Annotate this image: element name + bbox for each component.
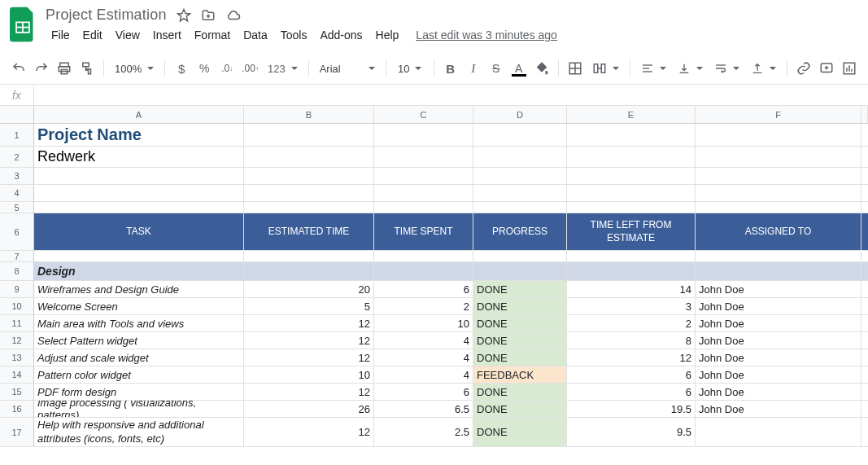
assigned-to-cell[interactable]: John Doe xyxy=(696,384,861,401)
cell[interactable] xyxy=(567,168,696,185)
column-header-b[interactable]: B xyxy=(244,106,374,124)
menu-edit[interactable]: Edit xyxy=(77,25,108,45)
time-left-cell[interactable]: 14 xyxy=(567,281,696,298)
task-cell[interactable]: PDF form design xyxy=(34,384,244,401)
cell[interactable] xyxy=(861,185,868,202)
row-header-12[interactable]: 12 xyxy=(0,332,34,349)
cell[interactable] xyxy=(34,202,244,213)
cell[interactable] xyxy=(374,168,473,185)
assigned-to-cell[interactable]: John Doe xyxy=(696,349,861,366)
menu-view[interactable]: View xyxy=(110,25,146,45)
row-header-16[interactable]: 16 xyxy=(0,401,34,418)
column-header-d[interactable]: D xyxy=(473,106,567,124)
cell[interactable] xyxy=(861,315,868,332)
assigned-to-cell[interactable]: John Doe xyxy=(696,401,861,418)
percent-button[interactable]: % xyxy=(194,58,215,79)
section-header-cell[interactable] xyxy=(567,262,696,281)
zoom-dropdown[interactable]: 100% xyxy=(110,58,159,79)
column-header-e[interactable]: E xyxy=(567,106,696,124)
time-spent-cell[interactable]: 6.5 xyxy=(374,401,473,418)
menu-data[interactable]: Data xyxy=(238,25,273,45)
cell[interactable] xyxy=(861,366,868,384)
cell[interactable] xyxy=(861,124,868,147)
bold-button[interactable]: B xyxy=(440,58,461,79)
task-cell[interactable]: Welcome Screen xyxy=(34,298,244,315)
row-header-13[interactable]: 13 xyxy=(0,349,34,366)
project-name-title[interactable]: Project Name xyxy=(34,124,244,147)
time-left-cell[interactable]: 12 xyxy=(567,349,696,366)
document-title[interactable]: Project Estimation xyxy=(46,7,167,24)
progress-cell[interactable]: DONE xyxy=(473,401,567,418)
time-spent-cell[interactable]: 10 xyxy=(374,315,473,332)
cell[interactable] xyxy=(696,168,861,185)
cell[interactable] xyxy=(473,185,567,202)
last-edit-link[interactable]: Last edit was 3 minutes ago xyxy=(416,29,557,42)
row-header-8[interactable]: 8 xyxy=(0,262,34,281)
menu-insert[interactable]: Insert xyxy=(147,25,187,45)
cell[interactable] xyxy=(374,147,473,168)
cell[interactable] xyxy=(567,251,696,262)
menu-format[interactable]: Format xyxy=(189,25,236,45)
estimated-time-cell[interactable]: 20 xyxy=(244,281,374,298)
borders-button[interactable] xyxy=(565,58,586,79)
text-color-button[interactable]: A xyxy=(508,58,530,79)
strikethrough-button[interactable]: S xyxy=(486,58,507,79)
progress-cell[interactable]: DONE xyxy=(473,418,567,447)
italic-button[interactable]: I xyxy=(463,58,484,79)
assigned-to-cell[interactable]: John Doe xyxy=(696,366,861,384)
cell[interactable] xyxy=(861,202,868,213)
menu-file[interactable]: File xyxy=(46,25,76,45)
currency-button[interactable]: $ xyxy=(171,58,192,79)
menu-help[interactable]: Help xyxy=(370,25,405,45)
row-header-17[interactable]: 17 xyxy=(0,418,34,447)
cell[interactable] xyxy=(861,298,868,315)
progress-cell[interactable]: FEEDBACK xyxy=(473,366,567,384)
time-spent-cell[interactable]: 2.5 xyxy=(374,418,473,447)
table-header-f[interactable]: ASSIGNED TO xyxy=(696,213,861,251)
cell[interactable] xyxy=(374,202,473,213)
cell[interactable] xyxy=(34,251,244,262)
cell[interactable] xyxy=(861,251,868,262)
select-all-corner[interactable] xyxy=(0,106,34,124)
task-cell[interactable]: Main area with Tools and views xyxy=(34,315,244,332)
task-cell[interactable]: Adjust and scale widget xyxy=(34,349,244,366)
cell[interactable] xyxy=(567,202,696,213)
progress-cell[interactable]: DONE xyxy=(473,384,567,401)
text-wrap-dropdown[interactable] xyxy=(709,58,744,79)
time-left-cell[interactable]: 3 xyxy=(567,298,696,315)
cell[interactable] xyxy=(696,251,861,262)
cell[interactable] xyxy=(34,185,244,202)
column-header-f[interactable]: F xyxy=(696,106,861,124)
progress-cell[interactable]: DONE xyxy=(473,349,567,366)
estimated-time-cell[interactable]: 12 xyxy=(244,315,374,332)
cell[interactable] xyxy=(861,401,868,418)
cell[interactable] xyxy=(473,251,567,262)
insert-chart-button[interactable] xyxy=(839,58,860,79)
font-dropdown[interactable]: Arial xyxy=(315,58,380,79)
cell[interactable] xyxy=(696,202,861,213)
estimated-time-cell[interactable]: 12 xyxy=(244,384,374,401)
time-spent-cell[interactable]: 4 xyxy=(374,366,473,384)
time-left-cell[interactable]: 6 xyxy=(567,366,696,384)
cell[interactable] xyxy=(696,147,861,168)
estimated-time-cell[interactable]: 10 xyxy=(244,366,374,384)
cell[interactable] xyxy=(861,168,868,185)
task-cell[interactable]: Pattern color widget xyxy=(34,366,244,384)
time-spent-cell[interactable]: 4 xyxy=(374,332,473,349)
formula-input[interactable] xyxy=(34,85,868,105)
progress-cell[interactable]: DONE xyxy=(473,281,567,298)
undo-button[interactable] xyxy=(8,58,29,79)
cell[interactable] xyxy=(374,251,473,262)
cell[interactable] xyxy=(861,349,868,366)
section-header[interactable]: Design xyxy=(34,262,244,281)
estimated-time-cell[interactable]: 12 xyxy=(244,349,374,366)
company-name[interactable]: Redwerk xyxy=(34,147,244,168)
table-header-e[interactable]: TIME LEFT FROM ESTIMATE xyxy=(567,213,696,251)
column-header-a[interactable]: A xyxy=(34,106,244,124)
cell[interactable] xyxy=(696,124,861,147)
cell[interactable] xyxy=(567,185,696,202)
text-rotation-dropdown[interactable] xyxy=(746,58,781,79)
cell[interactable] xyxy=(473,202,567,213)
paint-format-button[interactable] xyxy=(76,58,98,79)
cell[interactable] xyxy=(696,185,861,202)
